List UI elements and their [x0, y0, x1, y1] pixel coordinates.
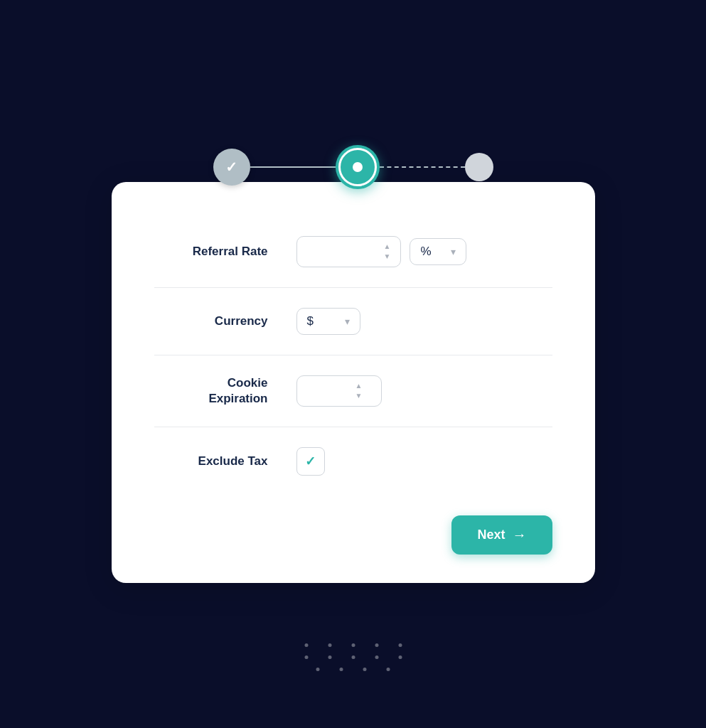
- step-2: [336, 145, 380, 189]
- cookie-expiration-label: Cookie Expiration: [154, 375, 296, 407]
- cookie-expiration-row: Cookie Expiration ▲ ▼: [154, 355, 552, 427]
- referral-rate-input-wrap[interactable]: ▲ ▼: [296, 236, 402, 267]
- currency-controls: $ ▾: [296, 308, 552, 335]
- cookie-expiration-input-wrap[interactable]: ▲ ▼: [296, 375, 382, 407]
- arrow-right-icon: →: [513, 527, 527, 543]
- checkmark-icon: ✓: [305, 454, 316, 469]
- cookie-expiration-spinners: ▲ ▼: [354, 382, 364, 400]
- currency-label: Currency: [154, 314, 296, 329]
- referral-rate-controls: ▲ ▼ % ▾: [296, 236, 552, 267]
- referral-rate-unit-select[interactable]: % ▾: [410, 238, 466, 265]
- next-label: Next: [477, 528, 505, 542]
- next-button[interactable]: Next →: [451, 515, 552, 555]
- form-card: Referral Rate ▲ ▼ % ▾ Currency: [112, 182, 595, 583]
- exclude-tax-checkbox[interactable]: ✓: [296, 447, 325, 476]
- exclude-tax-label: Exclude Tax: [154, 454, 296, 469]
- step-line-2: [380, 166, 465, 168]
- step-line-1: [250, 166, 336, 168]
- check-icon: ✓: [225, 159, 237, 176]
- referral-rate-increment[interactable]: ▲: [383, 242, 392, 251]
- main-wrapper: ✓ Referral Rate ▲ ▼: [112, 145, 595, 583]
- referral-rate-unit-value: %: [420, 245, 431, 259]
- referral-rate-input[interactable]: [306, 245, 377, 257]
- currency-row: Currency $ ▾: [154, 288, 552, 355]
- cookie-expiration-controls: ▲ ▼: [296, 375, 552, 407]
- step-3: [465, 153, 493, 181]
- bg-dots: [304, 643, 402, 671]
- chevron-down-icon: ▾: [345, 316, 350, 327]
- active-dot: [353, 162, 363, 172]
- currency-select[interactable]: $ ▾: [296, 308, 360, 335]
- referral-rate-label: Referral Rate: [154, 244, 296, 259]
- cookie-expiration-input[interactable]: [306, 385, 348, 397]
- cookie-expiration-decrement[interactable]: ▼: [354, 392, 364, 400]
- step-1: ✓: [213, 149, 250, 186]
- exclude-tax-row: Exclude Tax ✓: [154, 427, 552, 496]
- currency-value: $: [307, 314, 314, 328]
- referral-rate-spinners: ▲ ▼: [383, 242, 392, 261]
- cookie-expiration-increment[interactable]: ▲: [354, 382, 364, 390]
- exclude-tax-controls: ✓: [296, 447, 552, 476]
- chevron-down-icon: ▾: [451, 246, 456, 257]
- stepper: ✓: [213, 145, 493, 189]
- referral-rate-row: Referral Rate ▲ ▼ % ▾: [154, 216, 552, 288]
- button-row: Next →: [154, 515, 552, 555]
- referral-rate-decrement[interactable]: ▼: [383, 252, 392, 261]
